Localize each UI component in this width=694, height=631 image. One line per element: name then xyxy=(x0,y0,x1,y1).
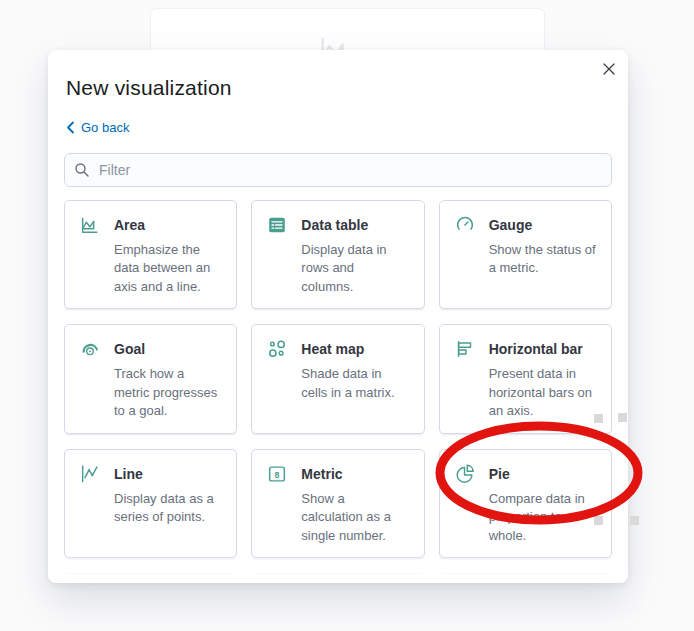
card-title: Data table xyxy=(301,217,368,233)
card-description: Track how a metric progresses to a goal. xyxy=(114,365,222,420)
viz-card-timelion[interactable]: Timelion Show time series data on a grap… xyxy=(251,573,424,583)
card-description: Show the status of a metric. xyxy=(489,241,597,278)
filter-input[interactable] xyxy=(64,153,612,187)
close-icon[interactable] xyxy=(598,58,620,80)
viz-card-horizontal-bar[interactable]: Horizontal bar Present data in horizonta… xyxy=(439,324,612,433)
annotation-handle xyxy=(630,516,639,525)
viz-card-tag-cloud[interactable]: Tag cloud Display word frequency with fo… xyxy=(64,573,237,583)
card-title: Gauge xyxy=(489,217,533,233)
pie-chart-icon xyxy=(454,463,476,485)
card-title: Goal xyxy=(114,341,145,357)
card-description: Show a calculation as a single number. xyxy=(301,490,409,545)
card-title: Metric xyxy=(301,466,342,482)
card-title: Line xyxy=(114,466,143,482)
card-title: Heat map xyxy=(301,341,364,357)
chevron-left-icon xyxy=(66,121,75,134)
heat-map-icon xyxy=(266,338,288,360)
viz-card-area[interactable]: Area Emphasize the data between an axis … xyxy=(64,200,237,309)
visualization-type-grid: Area Emphasize the data between an axis … xyxy=(64,200,612,583)
viz-card-goal[interactable]: Goal Track how a metric progresses to a … xyxy=(64,324,237,433)
viz-card-metric[interactable]: 8 Metric Show a calculation as a single … xyxy=(251,449,424,558)
viz-card-gauge[interactable]: Gauge Show the status of a metric. xyxy=(439,200,612,309)
metric-icon: 8 xyxy=(266,463,288,485)
go-back-link[interactable]: Go back xyxy=(66,120,129,135)
card-title: Horizontal bar xyxy=(489,341,583,357)
page-title: New visualization xyxy=(66,76,610,100)
go-back-label: Go back xyxy=(81,120,129,135)
viz-card-pie[interactable]: Pie Compare data in proportion to a whol… xyxy=(439,449,612,558)
viz-card-data-table[interactable]: Data table Display data in rows and colu… xyxy=(251,200,424,309)
annotation-handle xyxy=(618,413,627,422)
horizontal-bar-icon xyxy=(454,338,476,360)
card-description: Compare data in proportion to a whole. xyxy=(489,490,597,545)
viz-card-vertical-bar[interactable]: Vertical bar Present data in vertical ba… xyxy=(439,573,612,583)
card-description: Display data in rows and columns. xyxy=(301,241,409,296)
card-description: Present data in horizontal bars on an ax… xyxy=(489,365,597,420)
card-description: Emphasize the data between an axis and a… xyxy=(114,241,222,296)
viz-card-heat-map[interactable]: Heat map Shade data in cells in a matrix… xyxy=(251,324,424,433)
annotation-handle xyxy=(594,516,603,525)
svg-text:8: 8 xyxy=(275,469,280,479)
gauge-icon xyxy=(454,214,476,236)
data-table-icon xyxy=(266,214,288,236)
viz-card-line[interactable]: Line Display data as a series of points. xyxy=(64,449,237,558)
new-visualization-modal: New visualization Go back Area xyxy=(48,50,628,583)
line-chart-icon xyxy=(79,463,101,485)
area-chart-icon xyxy=(79,214,101,236)
annotation-handle xyxy=(594,414,603,423)
card-description: Display data as a series of points. xyxy=(114,490,222,527)
card-title: Area xyxy=(114,217,145,233)
card-description: Shade data in cells in a matrix. xyxy=(301,365,409,402)
card-title: Pie xyxy=(489,466,510,482)
goal-icon xyxy=(79,338,101,360)
